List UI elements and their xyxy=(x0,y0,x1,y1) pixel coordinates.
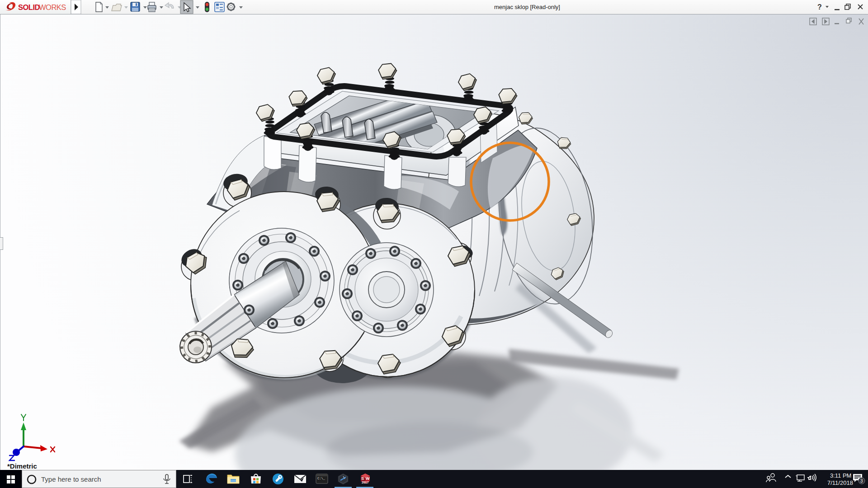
svg-text:*Dimetric: *Dimetric xyxy=(7,462,37,470)
svg-text:7/11/2018: 7/11/2018 xyxy=(827,479,853,486)
svg-text:WORKS: WORKS xyxy=(39,3,66,11)
svg-text:2017: 2017 xyxy=(362,481,369,484)
svg-text:W: W xyxy=(366,476,370,481)
svg-text:3: 3 xyxy=(860,479,863,483)
svg-text:SOLID: SOLID xyxy=(18,3,40,11)
svg-text:3:11 PM: 3:11 PM xyxy=(830,472,851,479)
svg-text:C:\_: C:\_ xyxy=(317,477,326,480)
svg-text:?: ? xyxy=(817,3,822,11)
svg-text:S: S xyxy=(361,476,364,481)
